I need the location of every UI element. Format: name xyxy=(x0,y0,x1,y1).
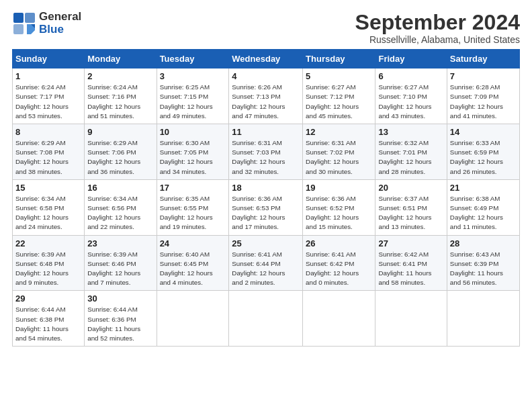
day-info: Sunrise: 6:24 AMSunset: 7:17 PMDaylight:… xyxy=(15,83,81,121)
day-number: 23 xyxy=(87,238,153,248)
svg-rect-0 xyxy=(13,13,24,23)
table-row: 17Sunrise: 6:35 AMSunset: 6:55 PMDayligh… xyxy=(157,179,229,235)
day-number: 11 xyxy=(232,127,300,137)
day-number: 16 xyxy=(87,183,153,193)
col-monday: Monday xyxy=(85,50,157,68)
day-number: 14 xyxy=(450,127,517,137)
day-number: 7 xyxy=(450,71,517,81)
day-info: Sunrise: 6:43 AMSunset: 6:39 PMDaylight:… xyxy=(450,250,517,288)
logo-icon xyxy=(12,11,36,36)
day-info: Sunrise: 6:39 AMSunset: 6:46 PMDaylight:… xyxy=(87,250,153,288)
day-info: Sunrise: 6:25 AMSunset: 7:15 PMDaylight:… xyxy=(160,83,226,121)
col-wednesday: Wednesday xyxy=(229,50,303,68)
table-row: 19Sunrise: 6:36 AMSunset: 6:52 PMDayligh… xyxy=(303,179,375,235)
day-number: 18 xyxy=(232,183,300,193)
table-row: 9Sunrise: 6:29 AMSunset: 7:06 PMDaylight… xyxy=(85,124,157,180)
day-info: Sunrise: 6:27 AMSunset: 7:10 PMDaylight:… xyxy=(378,83,443,121)
day-info: Sunrise: 6:35 AMSunset: 6:55 PMDaylight:… xyxy=(160,194,226,232)
svg-rect-2 xyxy=(13,24,24,34)
title-block: September 2024 Russellville, Alabama, Un… xyxy=(355,11,520,45)
day-info: Sunrise: 6:36 AMSunset: 6:52 PMDaylight:… xyxy=(306,194,372,232)
col-saturday: Saturday xyxy=(447,50,519,68)
calendar-week-row: 15Sunrise: 6:34 AMSunset: 6:58 PMDayligh… xyxy=(13,179,520,235)
table-row: 5Sunrise: 6:27 AMSunset: 7:12 PMDaylight… xyxy=(303,68,375,124)
day-number: 13 xyxy=(378,127,443,137)
calendar-week-row: 29Sunrise: 6:44 AMSunset: 6:38 PMDayligh… xyxy=(13,291,520,347)
table-row: 23Sunrise: 6:39 AMSunset: 6:46 PMDayligh… xyxy=(85,235,157,291)
day-number: 4 xyxy=(232,71,300,81)
day-info: Sunrise: 6:34 AMSunset: 6:56 PMDaylight:… xyxy=(87,194,153,232)
table-row: 26Sunrise: 6:41 AMSunset: 6:42 PMDayligh… xyxy=(303,235,375,291)
day-number: 6 xyxy=(378,71,443,81)
calendar-week-row: 1Sunrise: 6:24 AMSunset: 7:17 PMDaylight… xyxy=(13,68,520,124)
day-info: Sunrise: 6:40 AMSunset: 6:45 PMDaylight:… xyxy=(160,250,226,288)
table-row: 22Sunrise: 6:39 AMSunset: 6:48 PMDayligh… xyxy=(13,235,85,291)
logo-blue: Blue xyxy=(39,23,64,36)
logo-general: General xyxy=(39,10,81,23)
day-number: 9 xyxy=(87,127,153,137)
day-info: Sunrise: 6:30 AMSunset: 7:05 PMDaylight:… xyxy=(160,138,226,177)
day-info: Sunrise: 6:24 AMSunset: 7:16 PMDaylight:… xyxy=(87,83,153,121)
day-info: Sunrise: 6:29 AMSunset: 7:06 PMDaylight:… xyxy=(87,138,153,177)
table-row: 2Sunrise: 6:24 AMSunset: 7:16 PMDaylight… xyxy=(85,68,157,124)
table-row: 20Sunrise: 6:37 AMSunset: 6:51 PMDayligh… xyxy=(375,179,447,235)
day-number: 28 xyxy=(450,238,517,248)
col-friday: Friday xyxy=(375,50,447,68)
table-row: 13Sunrise: 6:32 AMSunset: 7:01 PMDayligh… xyxy=(375,124,447,180)
day-number: 15 xyxy=(15,183,81,193)
table-row: 11Sunrise: 6:31 AMSunset: 7:03 PMDayligh… xyxy=(229,124,303,180)
table-row: 8Sunrise: 6:29 AMSunset: 7:08 PMDaylight… xyxy=(13,124,85,180)
table-row: 27Sunrise: 6:42 AMSunset: 6:41 PMDayligh… xyxy=(375,235,447,291)
table-row: 29Sunrise: 6:44 AMSunset: 6:38 PMDayligh… xyxy=(13,291,85,347)
location-subtitle: Russellville, Alabama, United States xyxy=(355,34,520,45)
header: General Blue September 2024 Russellville… xyxy=(12,11,520,45)
table-row: 12Sunrise: 6:31 AMSunset: 7:02 PMDayligh… xyxy=(303,124,375,180)
day-number: 3 xyxy=(160,71,226,81)
table-row xyxy=(303,291,375,347)
table-row xyxy=(157,291,229,347)
day-info: Sunrise: 6:34 AMSunset: 6:58 PMDaylight:… xyxy=(15,194,81,232)
day-number: 24 xyxy=(160,238,226,248)
col-thursday: Thursday xyxy=(303,50,375,68)
day-number: 2 xyxy=(87,71,153,81)
day-info: Sunrise: 6:26 AMSunset: 7:13 PMDaylight:… xyxy=(232,83,300,121)
table-row: 25Sunrise: 6:41 AMSunset: 6:44 PMDayligh… xyxy=(229,235,303,291)
day-info: Sunrise: 6:32 AMSunset: 7:01 PMDaylight:… xyxy=(378,138,443,177)
day-number: 25 xyxy=(232,238,300,248)
day-info: Sunrise: 6:29 AMSunset: 7:08 PMDaylight:… xyxy=(15,138,81,177)
day-info: Sunrise: 6:28 AMSunset: 7:09 PMDaylight:… xyxy=(450,83,517,121)
day-number: 30 xyxy=(87,293,153,304)
day-info: Sunrise: 6:37 AMSunset: 6:51 PMDaylight:… xyxy=(378,194,443,232)
day-info: Sunrise: 6:42 AMSunset: 6:41 PMDaylight:… xyxy=(378,250,443,288)
table-row: 1Sunrise: 6:24 AMSunset: 7:17 PMDaylight… xyxy=(13,68,85,124)
day-number: 5 xyxy=(306,71,372,81)
day-info: Sunrise: 6:33 AMSunset: 6:59 PMDaylight:… xyxy=(450,138,517,177)
day-info: Sunrise: 6:39 AMSunset: 6:48 PMDaylight:… xyxy=(15,250,81,288)
calendar-table: Sunday Monday Tuesday Wednesday Thursday… xyxy=(12,49,520,347)
day-number: 17 xyxy=(160,183,226,193)
logo: General Blue xyxy=(12,11,81,36)
table-row: 7Sunrise: 6:28 AMSunset: 7:09 PMDaylight… xyxy=(447,68,519,124)
table-row: 21Sunrise: 6:38 AMSunset: 6:49 PMDayligh… xyxy=(447,179,519,235)
day-number: 12 xyxy=(306,127,372,137)
day-info: Sunrise: 6:44 AMSunset: 6:36 PMDaylight:… xyxy=(87,305,153,343)
calendar-week-row: 22Sunrise: 6:39 AMSunset: 6:48 PMDayligh… xyxy=(13,235,520,291)
calendar-week-row: 8Sunrise: 6:29 AMSunset: 7:08 PMDaylight… xyxy=(13,124,520,180)
table-row: 30Sunrise: 6:44 AMSunset: 6:36 PMDayligh… xyxy=(85,291,157,347)
table-row: 10Sunrise: 6:30 AMSunset: 7:05 PMDayligh… xyxy=(157,124,229,180)
table-row: 3Sunrise: 6:25 AMSunset: 7:15 PMDaylight… xyxy=(157,68,229,124)
day-info: Sunrise: 6:27 AMSunset: 7:12 PMDaylight:… xyxy=(306,83,372,121)
month-title: September 2024 xyxy=(355,11,520,34)
svg-rect-1 xyxy=(25,13,35,23)
calendar-header-row: Sunday Monday Tuesday Wednesday Thursday… xyxy=(13,50,520,68)
day-info: Sunrise: 6:36 AMSunset: 6:53 PMDaylight:… xyxy=(232,194,300,232)
table-row: 15Sunrise: 6:34 AMSunset: 6:58 PMDayligh… xyxy=(13,179,85,235)
table-row xyxy=(447,291,519,347)
day-info: Sunrise: 6:31 AMSunset: 7:03 PMDaylight:… xyxy=(232,138,300,177)
table-row: 24Sunrise: 6:40 AMSunset: 6:45 PMDayligh… xyxy=(157,235,229,291)
day-info: Sunrise: 6:41 AMSunset: 6:44 PMDaylight:… xyxy=(232,250,300,288)
day-number: 1 xyxy=(15,71,81,81)
day-number: 20 xyxy=(378,183,443,193)
day-info: Sunrise: 6:38 AMSunset: 6:49 PMDaylight:… xyxy=(450,194,517,232)
table-row: 14Sunrise: 6:33 AMSunset: 6:59 PMDayligh… xyxy=(447,124,519,180)
